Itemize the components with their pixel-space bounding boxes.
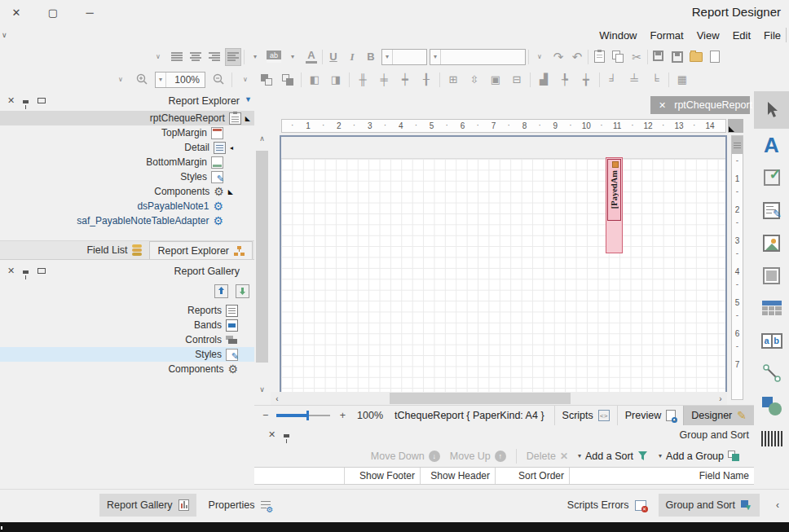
size-to-grid-icon[interactable]: ╄ (557, 71, 573, 89)
line-tool[interactable] (754, 357, 789, 389)
import-template-icon[interactable] (236, 284, 249, 298)
align-center-button[interactable] (187, 48, 204, 66)
table-tool[interactable] (754, 292, 789, 324)
column-field-name[interactable]: Field Name (569, 468, 754, 484)
tab-scripts-errors[interactable]: Scripts Errors ✕ (560, 494, 654, 517)
scrollbar-thumb[interactable] (256, 151, 268, 363)
save-icon[interactable] (669, 48, 685, 66)
band-resize-handle[interactable] (732, 136, 743, 154)
maximize-panel-icon[interactable] (37, 266, 46, 275)
bring-to-front-icon[interactable] (258, 71, 275, 89)
report-page[interactable] (280, 135, 727, 400)
tree-node-rptchequereport[interactable]: rptChequeReport ◣ (0, 111, 254, 125)
undo-icon[interactable]: ↶ (569, 48, 585, 66)
panel-menu-chevron-icon[interactable]: ▼ (245, 96, 252, 103)
highlight-color-button[interactable]: ab (266, 48, 282, 66)
export-template-icon[interactable] (214, 284, 228, 298)
tab-preview[interactable]: Preview (617, 406, 683, 425)
zoom-out-icon[interactable] (210, 71, 227, 89)
scroll-up-icon[interactable]: ∧ (255, 133, 269, 144)
menu-file[interactable]: File (764, 29, 781, 42)
character-comb-tool[interactable]: ab (754, 324, 789, 357)
font-name-combo[interactable]: ▾ (430, 49, 526, 65)
cut-icon[interactable]: ✂ (628, 48, 645, 66)
close-document-icon[interactable]: ✕ (659, 100, 666, 111)
remove-vertical-spacing-icon[interactable]: ⊟ (509, 71, 525, 89)
panel-tool[interactable] (754, 259, 789, 292)
tab-group-and-sort[interactable]: Group and Sort ▼ (659, 494, 760, 517)
richtext-tool[interactable]: ✎ (754, 194, 789, 226)
tree-node-dspayablenote1[interactable]: dsPayableNote1 ⚙ (0, 199, 254, 213)
expand-arrow-icon[interactable]: ◣ (228, 188, 233, 196)
menu-edit[interactable]: Edit (733, 29, 751, 42)
open-folder-icon[interactable] (688, 48, 704, 66)
checkbox-tool[interactable]: ✓ (754, 161, 789, 194)
label-tool[interactable]: A (754, 129, 789, 161)
tab-report-explorer[interactable]: Report Explorer (149, 241, 253, 259)
center-horizontally-icon[interactable]: ◧ (306, 71, 323, 89)
scrollbar-thumb[interactable] (390, 393, 571, 404)
pin-panel-icon[interactable] (23, 266, 29, 279)
gallery-item-controls[interactable]: Controls (0, 332, 254, 347)
align-top-icon[interactable]: ╘ (647, 71, 663, 89)
pin-panel-icon[interactable] (284, 430, 289, 443)
toolbar-overflow-chevron-icon[interactable]: ∨ (237, 71, 253, 89)
tab-scripts[interactable]: Scripts <> (554, 406, 617, 425)
collapse-chevron-icon[interactable]: ‹ (765, 499, 779, 511)
maximize-window-icon[interactable]: ▢ (45, 4, 61, 20)
add-a-group-button[interactable]: ▾ Add a Group (659, 451, 739, 462)
column-show-header[interactable]: Show Header (420, 468, 495, 484)
move-up-button[interactable]: Move Up ↑ (450, 451, 506, 462)
make-horizontal-spacing-equal-icon[interactable]: ╫ (355, 71, 371, 89)
tree-node-saf-payablenotetableadapter[interactable]: saf_PayableNoteTableAdapter ⚙ (0, 213, 254, 228)
increase-vertical-spacing-icon[interactable]: ⇳ (466, 71, 483, 89)
close-window-icon[interactable]: ✕ (8, 4, 24, 20)
paste-icon[interactable] (591, 48, 607, 66)
gallery-item-styles[interactable]: Styles ✎ (0, 347, 254, 362)
decrease-vertical-spacing-icon[interactable]: ▣ (487, 71, 504, 89)
canvas-horizontal-scrollbar[interactable]: ‹ › (271, 392, 727, 405)
picture-tool[interactable] (754, 226, 789, 259)
minimize-window-icon[interactable]: ─ (82, 4, 98, 20)
close-panel-icon[interactable]: ✕ (268, 430, 275, 439)
tab-properties[interactable]: Properties ⚙ (201, 494, 280, 517)
decrease-horizontal-spacing-icon[interactable]: ┿ (397, 71, 413, 89)
tab-designer[interactable]: Designer ✎ (683, 406, 754, 425)
collapse-arrow-icon[interactable]: ◂ (230, 144, 233, 152)
fit-to-container-icon[interactable]: ▦ (674, 71, 690, 89)
gallery-item-components[interactable]: Components ⚙ (0, 362, 254, 376)
canvas-vertical-scrollbar[interactable]: ∧ ∨ (255, 133, 269, 395)
band-collapse-corner-button[interactable] (728, 119, 743, 133)
delete-button[interactable]: Delete ✕ (527, 451, 568, 462)
zoom-slider[interactable] (276, 411, 329, 420)
gallery-item-reports[interactable]: Reports (0, 303, 254, 318)
toolbar-overflow-chevron-icon[interactable]: ∨ (531, 48, 548, 66)
highlight-color-dropdown[interactable]: ▾ (247, 48, 263, 66)
tree-node-styles[interactable]: Styles ✎ (0, 169, 254, 184)
align-left-button[interactable] (225, 48, 241, 66)
zoom-out-minus-button[interactable]: − (254, 410, 271, 421)
remove-horizontal-spacing-icon[interactable]: ╂ (418, 71, 434, 89)
gallery-item-bands[interactable]: Bands (0, 318, 254, 332)
barcode-tool[interactable] (754, 422, 789, 455)
close-panel-icon[interactable]: ✕ (7, 96, 15, 105)
page-top-margin-band[interactable] (281, 137, 725, 159)
toolbar-overflow-chevron-icon[interactable]: ∨ (2, 31, 7, 39)
column-sort-order[interactable]: Sort Order (495, 468, 569, 484)
font-color-button[interactable]: A (303, 48, 320, 66)
same-size-icon[interactable]: ╈ (578, 71, 594, 89)
redo-icon[interactable]: ↷ (550, 48, 566, 66)
save-all-icon[interactable] (650, 48, 667, 66)
copy-icon[interactable] (610, 48, 626, 66)
font-color-dropdown[interactable]: ▾ (284, 48, 301, 66)
label-control-payedamount[interactable]: [PayedAm (606, 157, 623, 253)
new-document-icon[interactable] (707, 48, 723, 66)
menu-window[interactable]: Window (599, 29, 637, 42)
font-size-combo[interactable]: ▾ (381, 49, 427, 65)
menu-view[interactable]: View (697, 29, 720, 42)
scroll-right-icon[interactable]: › (714, 394, 727, 403)
increase-horizontal-spacing-icon[interactable]: ╪ (376, 71, 392, 89)
add-a-sort-button[interactable]: ▾ Add a Sort (578, 451, 649, 462)
smart-tag-icon[interactable] (612, 161, 619, 168)
toolbar-overflow-chevron-icon[interactable]: ∨ (150, 48, 166, 66)
